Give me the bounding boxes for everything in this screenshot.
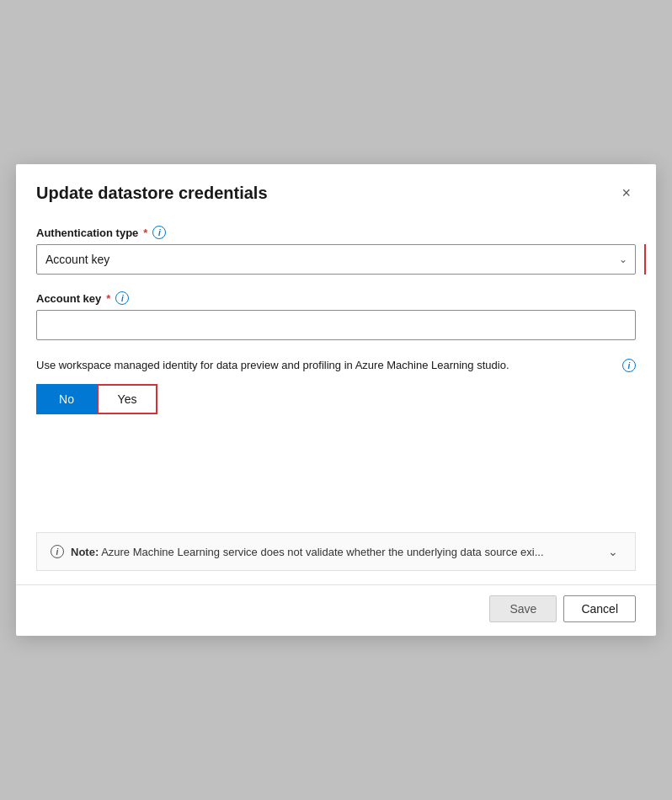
note-content: i Note: Azure Machine Learning service d… (51, 545, 605, 558)
auth-type-label-text: Authentication type (36, 227, 138, 239)
managed-identity-group: Use workspace managed identity for data … (36, 357, 636, 414)
dialog-body: Authentication type * i Account key SAS … (16, 219, 656, 490)
toggle-section: Use workspace managed identity for data … (36, 357, 636, 414)
note-section: i Note: Azure Machine Learning service d… (36, 532, 636, 571)
dialog-overlay: Update datastore credentials × Authentic… (0, 0, 672, 800)
close-button[interactable]: × (616, 181, 636, 205)
managed-identity-info-icon[interactable]: i (622, 359, 636, 372)
account-key-required: * (106, 292, 110, 305)
toggle-group: No Yes (36, 384, 622, 414)
account-key-group: Account key * i (36, 291, 636, 340)
auth-type-required: * (143, 227, 147, 239)
yes-button[interactable]: Yes (97, 384, 157, 414)
save-button[interactable]: Save (489, 595, 557, 622)
auth-type-select[interactable]: Account key SAS token Service principal (36, 244, 636, 275)
dialog-title: Update datastore credentials (36, 184, 268, 203)
note-info-icon: i (51, 545, 64, 558)
auth-type-select-wrapper: Account key SAS token Service principal … (36, 244, 636, 275)
auth-type-group: Authentication type * i Account key SAS … (36, 226, 636, 275)
account-key-input[interactable] (36, 310, 636, 340)
cancel-button[interactable]: Cancel (563, 595, 636, 622)
note-text: Note: Azure Machine Learning service doe… (71, 546, 544, 558)
note-body: Azure Machine Learning service does not … (101, 546, 543, 558)
note-prefix: Note: (71, 546, 99, 558)
account-key-label-text: Account key (36, 292, 101, 305)
dialog-footer: Save Cancel (16, 584, 656, 636)
managed-identity-description: Use workspace managed identity for data … (36, 357, 609, 374)
dialog: Update datastore credentials × Authentic… (16, 164, 656, 636)
account-key-input-wrapper (36, 310, 636, 340)
note-expand-button[interactable]: ⌄ (605, 543, 621, 560)
auth-type-info-icon[interactable]: i (152, 226, 166, 239)
auth-type-label: Authentication type * i (36, 226, 636, 239)
toggle-content: Use workspace managed identity for data … (36, 357, 622, 414)
account-key-info-icon[interactable]: i (115, 291, 129, 305)
account-key-label: Account key * i (36, 291, 636, 305)
no-button[interactable]: No (36, 384, 97, 414)
dialog-header: Update datastore credentials × (16, 164, 656, 219)
